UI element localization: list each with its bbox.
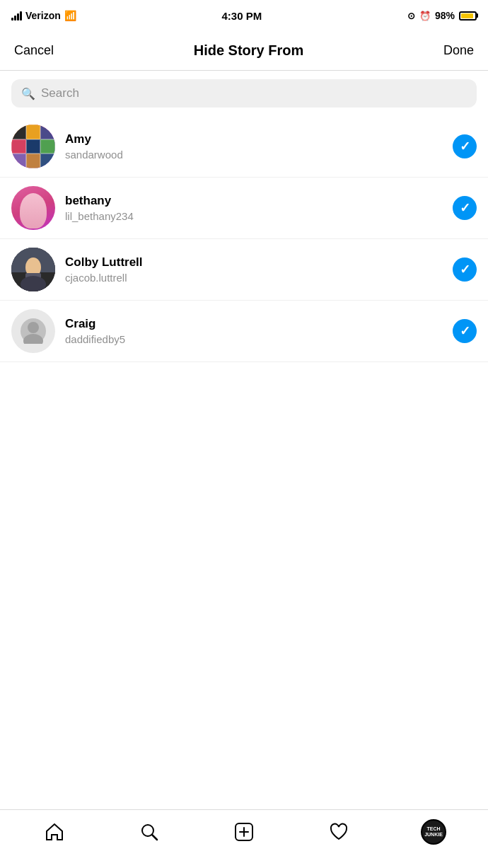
bottom-nav-home[interactable] <box>37 815 71 849</box>
user-handle: daddifiedby5 <box>65 333 443 345</box>
add-icon <box>234 822 254 842</box>
bottom-nav: TECHJUNKIE <box>0 809 488 868</box>
avatar-cell <box>11 125 26 139</box>
user-info: Craig daddifiedby5 <box>65 317 443 345</box>
alarm-icon: ⏰ <box>419 11 431 21</box>
user-handle: sandarwood <box>65 149 443 161</box>
user-name: bethany <box>65 194 443 208</box>
signal-bar-2 <box>14 16 16 21</box>
user-list: Amy sandarwood ✓ bethany lil_bethany234 … <box>0 116 488 809</box>
bottom-nav-search[interactable] <box>132 815 166 849</box>
avatar-cell <box>26 125 41 139</box>
checkmark-icon: ✓ <box>460 323 470 339</box>
heart-icon <box>329 822 349 842</box>
avatar <box>11 186 55 230</box>
avatar-inner <box>11 248 55 291</box>
user-info: bethany lil_bethany234 <box>65 194 443 222</box>
page-title: Hide Story From <box>194 42 304 59</box>
svg-line-9 <box>152 835 157 840</box>
battery-icon <box>459 11 477 21</box>
search-bar[interactable]: 🔍 <box>11 79 477 108</box>
avatar-cell <box>26 154 41 168</box>
profile-brand-text: TECHJUNKIE <box>424 826 443 837</box>
signal-bar-4 <box>20 11 22 21</box>
user-info: Colby Luttrell cjacob.luttrell <box>65 255 443 284</box>
avatar-cell <box>11 154 26 168</box>
select-button[interactable]: ✓ <box>453 257 477 282</box>
list-item: Colby Luttrell cjacob.luttrell ✓ <box>0 239 488 301</box>
avatar-face <box>20 193 47 228</box>
bottom-nav-profile[interactable]: TECHJUNKIE <box>417 815 451 849</box>
select-button[interactable]: ✓ <box>453 319 477 343</box>
avatar <box>11 309 55 353</box>
checkmark-icon: ✓ <box>460 139 470 154</box>
home-icon <box>45 822 64 842</box>
cancel-button[interactable]: Cancel <box>14 43 54 58</box>
search-container: 🔍 <box>0 71 488 116</box>
status-right: ⊙ ⏰ 98% <box>407 10 477 21</box>
user-name: Colby Luttrell <box>65 255 443 270</box>
search-nav-icon <box>139 822 159 842</box>
avatar-photo <box>11 248 55 291</box>
battery-pct: 98% <box>435 10 455 21</box>
select-button[interactable]: ✓ <box>453 196 477 220</box>
done-button[interactable]: Done <box>443 43 474 58</box>
bottom-nav-activity[interactable] <box>322 815 356 849</box>
svg-point-7 <box>23 334 43 344</box>
list-item: bethany lil_bethany234 ✓ <box>0 178 488 239</box>
user-handle: lil_bethany234 <box>65 210 443 222</box>
status-left: Verizon 📶 <box>11 10 76 21</box>
search-input[interactable] <box>41 86 467 100</box>
user-name: Amy <box>65 132 443 146</box>
avatar-default-icon <box>21 318 46 344</box>
avatar <box>11 248 55 291</box>
user-info: Amy sandarwood <box>65 132 443 161</box>
signal-bar-3 <box>17 13 19 21</box>
avatar-cell <box>11 139 26 154</box>
list-item: Amy sandarwood ✓ <box>0 116 488 178</box>
signal-bar-1 <box>11 18 13 21</box>
user-name: Craig <box>65 317 443 331</box>
svg-point-6 <box>28 322 39 333</box>
avatar-cell <box>40 154 55 168</box>
avatar <box>11 125 55 168</box>
select-button[interactable]: ✓ <box>453 134 477 158</box>
user-handle: cjacob.luttrell <box>65 272 443 284</box>
nav-bar: Cancel Hide Story From Done <box>0 31 488 71</box>
avatar-cell <box>26 139 41 154</box>
bottom-nav-add[interactable] <box>227 815 261 849</box>
status-bar: Verizon 📶 4:30 PM ⊙ ⏰ 98% <box>0 0 488 31</box>
avatar-cell <box>40 139 55 154</box>
person-icon <box>21 318 46 344</box>
status-time: 4:30 PM <box>222 10 262 22</box>
carrier-name: Verizon <box>25 10 61 21</box>
wifi-icon: 📶 <box>64 10 76 21</box>
lock-icon: ⊙ <box>407 11 415 21</box>
profile-avatar: TECHJUNKIE <box>421 819 446 845</box>
checkmark-icon: ✓ <box>460 200 470 216</box>
search-icon: 🔍 <box>21 87 35 100</box>
signal-icon <box>11 11 22 21</box>
list-item: Craig daddifiedby5 ✓ <box>0 301 488 362</box>
checkmark-icon: ✓ <box>460 262 470 277</box>
avatar-cell <box>40 125 55 139</box>
